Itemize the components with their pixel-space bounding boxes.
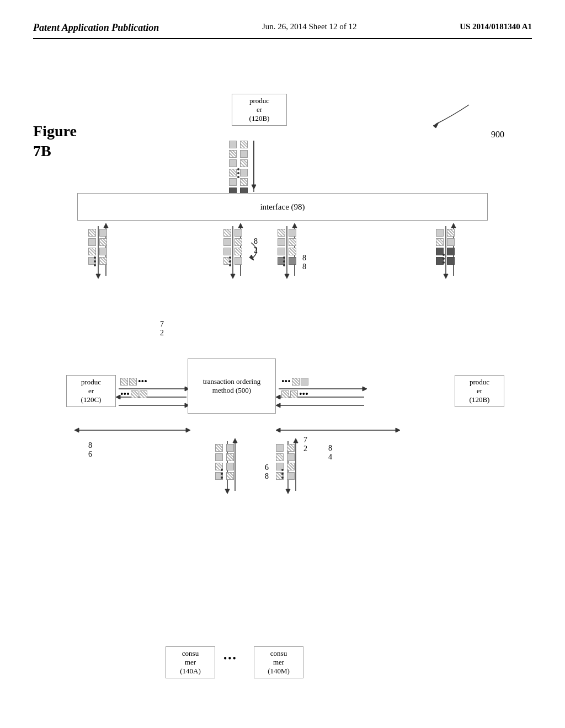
svg-marker-0	[433, 122, 439, 128]
producer-left-box: produc er (120C)	[66, 375, 116, 407]
svg-marker-7	[104, 223, 108, 228]
producer-left-queue-row1: •••	[120, 378, 147, 386]
producer-right-queue-row1: •••	[281, 378, 308, 386]
label-88: 88	[302, 254, 306, 271]
label-86: 86	[88, 441, 92, 459]
consumer-a-box: consu mer (140A)	[166, 646, 215, 678]
diagram: produc er (120B) interface (98)	[33, 88, 532, 695]
svg-marker-40	[225, 489, 230, 494]
tom-box: transaction ordering method (500)	[188, 358, 276, 414]
header-right: US 2014/0181340 A1	[460, 22, 532, 31]
page: Patent Application Publication Jun. 26, …	[0, 0, 565, 728]
label-72b: 72	[303, 436, 307, 453]
svg-marker-33	[276, 395, 280, 399]
producer-top-box: produc er (120B)	[232, 94, 287, 126]
svg-marker-12	[249, 255, 254, 260]
producer-top-dots	[237, 168, 239, 178]
center-right-queue-dots	[283, 256, 285, 266]
svg-marker-37	[276, 428, 280, 432]
svg-marker-28	[74, 428, 79, 432]
producer-right-box: produc er (120B)	[455, 375, 504, 407]
between-consumer-dots: •••	[223, 653, 237, 665]
bottom-right-queue-col2	[287, 444, 295, 480]
page-header: Patent Application Publication Jun. 26, …	[33, 22, 532, 39]
svg-marker-16	[292, 223, 297, 228]
label-72: 72	[160, 320, 164, 338]
left-queue-col2	[99, 229, 107, 265]
svg-marker-18	[444, 274, 448, 279]
svg-marker-46	[294, 438, 298, 443]
producer-left-queue-row2: •••	[120, 390, 147, 398]
svg-marker-11	[238, 223, 243, 228]
svg-marker-31	[363, 387, 367, 391]
svg-marker-42	[233, 438, 237, 443]
far-right-queue-col2	[447, 229, 455, 265]
svg-marker-35	[276, 403, 280, 408]
interface-box: interface (98)	[77, 193, 488, 221]
svg-marker-14	[285, 274, 289, 279]
center-left-queue-col2	[234, 229, 242, 265]
svg-marker-2	[252, 185, 256, 189]
label-84: 84	[328, 444, 332, 462]
label-68: 68	[265, 463, 269, 481]
center-left-queue-dots	[229, 256, 231, 266]
svg-marker-20	[451, 223, 456, 228]
header-left: Patent Application Publication	[33, 22, 159, 34]
far-right-queue-dots	[443, 254, 445, 264]
header-center: Jun. 26, 2014 Sheet 12 of 12	[262, 22, 357, 31]
producer-top-left-queue	[229, 141, 237, 195]
bottom-left-queue-dots	[221, 469, 223, 479]
producer-top-right-queue	[240, 141, 248, 195]
center-right-queue-col2	[289, 229, 296, 265]
svg-marker-29	[186, 428, 190, 432]
svg-marker-38	[396, 428, 400, 432]
svg-marker-26	[116, 395, 120, 399]
label-82: 82	[254, 237, 258, 255]
consumer-m-box: consu mer (140M)	[254, 646, 303, 678]
producer-right-queue-row2: •••	[281, 390, 308, 398]
svg-marker-5	[96, 274, 100, 279]
bottom-left-queue-col2	[226, 444, 234, 480]
bottom-right-queue-dots	[281, 469, 284, 479]
svg-marker-44	[286, 489, 290, 494]
svg-marker-9	[231, 274, 235, 279]
left-queue-dots	[94, 256, 96, 266]
